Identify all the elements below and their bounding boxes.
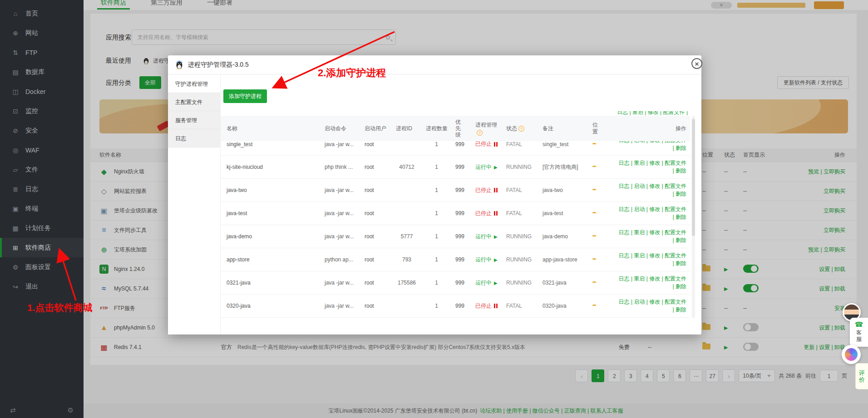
review-tab[interactable]: 评价 — [855, 363, 868, 389]
pause-icon — [494, 142, 498, 147]
process-state-control[interactable]: 已停止▶ — [475, 187, 506, 194]
help-icon[interactable]: ? — [477, 130, 483, 136]
headset-icon: ☎ — [855, 320, 863, 329]
play-icon: ▶ — [494, 165, 498, 170]
process-actions: 日志启动修改配置文件删除 — [618, 141, 690, 152]
modal-title: 进程守护管理器-3.0.5 — [188, 61, 249, 69]
modal-scrollbar[interactable] — [692, 116, 695, 318]
modal-nav: 守护进程管理 主配置文件 服务管理 日志 — [168, 75, 221, 334]
process-state-control[interactable]: 运行中▶ — [475, 256, 506, 264]
linux-penguin-icon — [174, 60, 184, 70]
process-actions: 日志重启修改配置文件删除 — [618, 275, 690, 290]
pause-icon — [494, 304, 498, 308]
process-row: java-test java -jar w... root 1 999 已停止▶… — [221, 202, 690, 225]
add-guard-process-button[interactable]: 添加守护进程 — [223, 89, 267, 103]
process-row: single_test java -jar w... root 1 999 已停… — [221, 141, 690, 156]
process-state-control[interactable]: 已停止▶ — [475, 210, 506, 217]
process-row: 0321-java java -jar w... root 175586 1 9… — [221, 271, 690, 295]
process-actions: 日志启动修改配置文件删除 — [618, 298, 690, 314]
play-icon: ▶ — [494, 234, 498, 239]
process-actions: 日志启动修改配置文件删除 — [618, 206, 690, 221]
process-table: 名称 启动命令 启动用户 进程ID 进程数量 优先级 进程管理? 状态? 备注 … — [221, 116, 690, 318]
clipped-process-row: single_test java -jar w... root 1 999 已停… — [221, 141, 690, 156]
baota-panel-root: ⌂ 首页 ⊕ 网站 ⇅ FTP ▤ 数据库 — [0, 0, 868, 418]
pause-icon — [494, 188, 498, 192]
customer-support-widget[interactable]: ☎ 客服 — [850, 318, 868, 347]
play-icon: ▶ — [494, 280, 498, 285]
process-state-control[interactable]: 已停止▶ — [475, 141, 506, 148]
process-actions: 日志重启修改配置文件删除 — [618, 229, 690, 244]
play-icon: ▶ — [494, 257, 498, 262]
process-state-control[interactable]: 运行中▶ — [475, 163, 506, 171]
annotation-step2: 2.添加守护进程 — [318, 66, 386, 80]
process-manager-modal: × 进程守护管理器-3.0.5 守护进程管理 主配置文件 服务管理 日志 添加守… — [168, 55, 701, 334]
process-row: app-store python ap... root 793 1 999 运行… — [221, 248, 690, 271]
close-icon[interactable]: × — [691, 58, 702, 69]
scrollbar-thumb[interactable] — [692, 119, 695, 236]
modal-nav-main-config[interactable]: 主配置文件 — [168, 93, 220, 111]
process-state-control[interactable]: 运行中▶ — [475, 233, 506, 241]
process-actions: 日志启动修改配置文件删除 — [618, 182, 690, 198]
annotation-step1: 1.点击软件商城 — [27, 301, 93, 314]
modal-nav-guard-management[interactable]: 守护进程管理 — [168, 75, 220, 93]
process-actions: 日志重启修改配置文件删除 — [618, 252, 690, 267]
process-row: java-demo java -jar w... root 5777 1 999… — [221, 225, 690, 248]
modal-header: 进程守护管理器-3.0.5 — [168, 55, 701, 74]
process-table-header: 名称 启动命令 启动用户 进程ID 进程数量 优先级 进程管理? 状态? 备注 … — [221, 116, 690, 141]
modal-body: 添加守护进程 日志 | 重启 | 修改 | 配置文件 | 名称 启动命令 启动用… — [221, 74, 701, 334]
help-icon[interactable]: ? — [518, 126, 524, 132]
process-state-control[interactable]: 已停止▶ — [475, 302, 506, 310]
process-row: 0320-java java -jar w... root 1 999 已停止▶… — [221, 295, 690, 318]
process-actions: 日志重启修改配置文件删除 — [618, 159, 690, 175]
process-row: java-two java -jar w... root 1 999 已停止▶ … — [221, 179, 690, 202]
modal-nav-logs[interactable]: 日志 — [168, 129, 220, 148]
pause-icon — [494, 211, 498, 216]
modal-nav-service-management[interactable]: 服务管理 — [168, 111, 220, 129]
process-row: kj-site-niucloud php think ... root 4071… — [221, 156, 690, 179]
process-state-control[interactable]: 运行中▶ — [475, 279, 506, 287]
ai-assistant-icon[interactable] — [842, 345, 861, 364]
